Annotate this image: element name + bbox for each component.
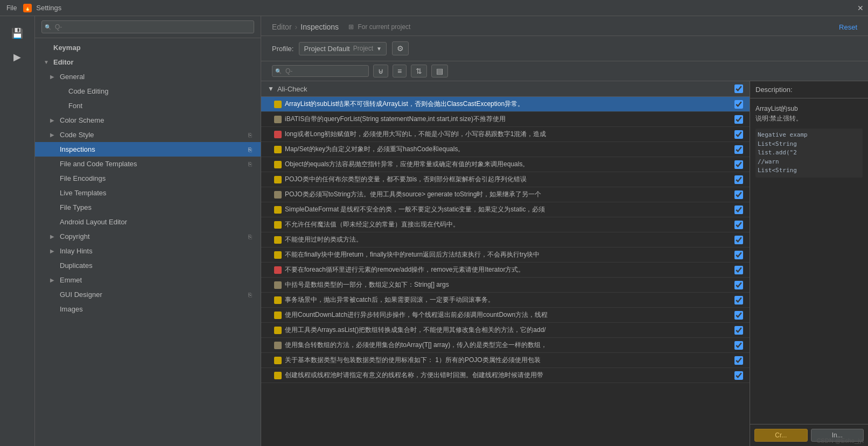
inspection-row-15[interactable]: 使用工具类Arrays.asList()把数组转换成集合时，不能使用其修改集合相… [261,323,750,338]
inspection-text-12: 中括号是数组类型的一部分，数组定义如下：String[] args [285,280,731,289]
inspection-checkbox-2[interactable] [734,130,743,139]
color-scheme-label: Color Scheme [60,116,104,124]
sidebar-item-keymap[interactable]: Keymap [35,40,261,55]
inspection-row-16[interactable]: 使用集合转数组的方法，必须使用集合的toArray(T[] array)，传入的… [261,338,750,353]
sidebar-item-file-encodings[interactable]: File Encodings [35,171,261,186]
settings-main: Editor › Inspections ⊞ For current proje… [261,16,868,446]
severity-icon-13 [274,296,282,304]
dropdown-arrow-icon: ▼ [376,46,382,52]
inspections-search-input[interactable] [272,65,369,77]
inspection-checkbox-7[interactable] [734,206,743,214]
strip-icon-save[interactable]: 💾 [6,23,28,44]
profile-gear-button[interactable]: ⚙ [392,41,409,55]
duplicates-label: Duplicates [60,261,93,270]
inspection-row-6[interactable]: POJO类必须写toString方法。使用工具类source> generate… [261,187,750,202]
inspection-row-10[interactable]: 不能在finally块中使用return，finally块中的return返回后… [261,247,750,263]
severity-icon-11 [274,266,282,274]
inspection-row-3[interactable]: Map/Set的key为自定义对象时，必须重写hashCode和equals。 [261,142,750,157]
inspection-text-0: ArrayList的subList结果不可强转成ArrayList，否则会抛出C… [285,100,731,109]
inspections-icon: ⎘ [248,146,252,153]
inspection-row-2[interactable]: long或者Long初始赋值时，必须使用大写的L，不能是小写的l，小写容易跟数字… [261,127,750,142]
file-code-templates-icon: ⎘ [248,161,252,167]
inspection-checkbox-18[interactable] [734,371,743,380]
sidebar-item-emmet[interactable]: ▶ Emmet [35,273,261,287]
sidebar-item-copyright[interactable]: ▶ Copyright ⎘ [35,229,261,244]
severity-icon-4 [274,161,282,168]
inspection-checkbox-16[interactable] [734,341,743,350]
inspection-row-0[interactable]: ArrayList的subList结果不可强转成ArrayList，否则会抛出C… [261,97,750,112]
inspection-checkbox-9[interactable] [734,236,743,244]
inspection-row-8[interactable]: 不允许任何魔法值（即未经定义的常量）直接出现在代码中。 [261,217,750,232]
inspections-list: ▼ Ali-Check ArrayList的subList结果不可强转成Arra… [261,81,750,446]
group-button[interactable]: ▤ [431,65,448,77]
copyright-label: Copyright [60,232,90,240]
inspection-checkbox-15[interactable] [734,326,743,335]
reset-button[interactable]: Reset [839,23,857,31]
inspection-row-17[interactable]: 关于基本数据类型与包装数据类型的使用标准如下： 1）所有的POJO类属性必须使用… [261,353,750,368]
profile-dropdown-button[interactable]: Project Default Project ▼ [299,42,387,55]
inspection-row-4[interactable]: Object的equals方法容易抛空指针异常，应使用常量或确定有值的对象来调用… [261,157,750,172]
live-templates-label: Live Templates [60,189,106,197]
inspection-checkbox-11[interactable] [734,266,743,274]
inspection-row-14[interactable]: 使用CountDownLatch进行异步转同步操作，每个线程退出前必须调用cou… [261,308,750,323]
inspection-row-9[interactable]: 不能使用过时的类或方法。 [261,232,750,247]
close-icon[interactable]: ✕ [857,4,864,12]
sidebar-item-duplicates[interactable]: Duplicates [35,258,261,273]
sidebar-item-gui-designer[interactable]: GUI Designer ⎘ [35,287,261,302]
sidebar-item-general[interactable]: ▶ General [35,69,261,84]
severity-icon-17 [274,357,282,364]
inspection-checkbox-10[interactable] [734,251,743,259]
inspection-checkbox-12[interactable] [734,281,743,289]
file-encodings-label: File Encodings [60,174,106,182]
group-checkbox-ali-check[interactable] [734,84,743,93]
inspection-checkbox-17[interactable] [734,356,743,365]
inspection-text-5: POJO类中的任何布尔类型的变量，都不要加is，否则部分框架解析会引起序列化错误 [285,175,731,184]
inspection-row-5[interactable]: POJO类中的任何布尔类型的变量，都不要加is，否则部分框架解析会引起序列化错误 [261,172,750,187]
inspection-checkbox-0[interactable] [734,100,743,109]
inspection-row-18[interactable]: 创建线程或线程池时请指定有意义的线程名称，方便出错时回溯。创建线程池时候请使用带 [261,368,750,383]
sidebar-item-font[interactable]: Font [35,98,261,113]
strip-icon-run[interactable]: ▶ [6,46,28,68]
sidebar-item-file-types[interactable]: File Types [35,200,261,215]
inspection-checkbox-5[interactable] [734,175,743,184]
sidebar-item-inspections[interactable]: Inspections ⎘ [35,142,261,157]
inspection-checkbox-1[interactable] [734,115,743,124]
inspection-text-10: 不能在finally块中使用return，finally块中的return返回后… [285,250,731,259]
sidebar-item-inlay-hints[interactable]: ▶ Inlay Hints [35,244,261,258]
sidebar-search-icon: 🔍 [45,24,51,30]
sidebar-item-live-templates[interactable]: Live Templates [35,186,261,200]
sidebar-item-code-style[interactable]: ▶ Code Style ⎘ [35,128,261,142]
profile-tag: Project [353,45,373,52]
sidebar-item-images[interactable]: Images [35,302,261,316]
inspection-checkbox-3[interactable] [734,145,743,154]
inspection-row-7[interactable]: SimpleDateFormat 是线程不安全的类，一般不要定义为static变… [261,202,750,217]
inspection-row-11[interactable]: 不要在foreach循环里进行元素的remove/add操作，remove元素请… [261,263,750,278]
sidebar-item-android-layout-editor[interactable]: Android Layout Editor [35,215,261,229]
sort-button[interactable]: ≡ [393,65,407,77]
sort2-button[interactable]: ⇅ [411,65,427,77]
inspection-row-1[interactable]: iBATIS自带的queryForList(String statementNa… [261,112,750,127]
profile-row: Profile: Project Default Project ▼ ⚙ [261,36,868,61]
settings-tree: Keymap ▼ Editor ▶ General Co [35,38,261,446]
app-menu-file[interactable]: File [4,3,19,13]
sidebar-item-editor[interactable]: ▼ Editor [35,55,261,69]
inspection-checkbox-4[interactable] [734,160,743,169]
sidebar-search-input[interactable] [41,20,254,33]
font-label: Font [68,102,82,110]
gui-designer-label: GUI Designer [60,291,102,299]
sidebar-item-code-editing[interactable]: Code Editing [35,84,261,98]
gui-designer-icon: ⎘ [248,292,252,298]
sidebar-item-file-code-templates[interactable]: File and Code Templates ⎘ [35,157,261,171]
emmet-label: Emmet [60,276,82,284]
description-body: ArrayList的sub 说明:禁止强转。 Negative examp Li… [750,98,868,424]
filter-button[interactable]: ⊎ [373,65,388,77]
inspection-row-13[interactable]: 事务场景中，抛出异常被catch后，如果需要回滚，一定要手动回滚事务。 [261,293,750,308]
group-ali-check[interactable]: ▼ Ali-Check [261,81,750,97]
inspection-checkbox-13[interactable] [734,296,743,305]
desc-button-create[interactable]: Cr... [754,429,808,442]
inspection-checkbox-14[interactable] [734,311,743,320]
sidebar-item-color-scheme[interactable]: ▶ Color Scheme [35,113,261,128]
inspection-checkbox-6[interactable] [734,190,743,199]
inspection-row-12[interactable]: 中括号是数组类型的一部分，数组定义如下：String[] args [261,278,750,293]
inspection-checkbox-8[interactable] [734,221,743,229]
